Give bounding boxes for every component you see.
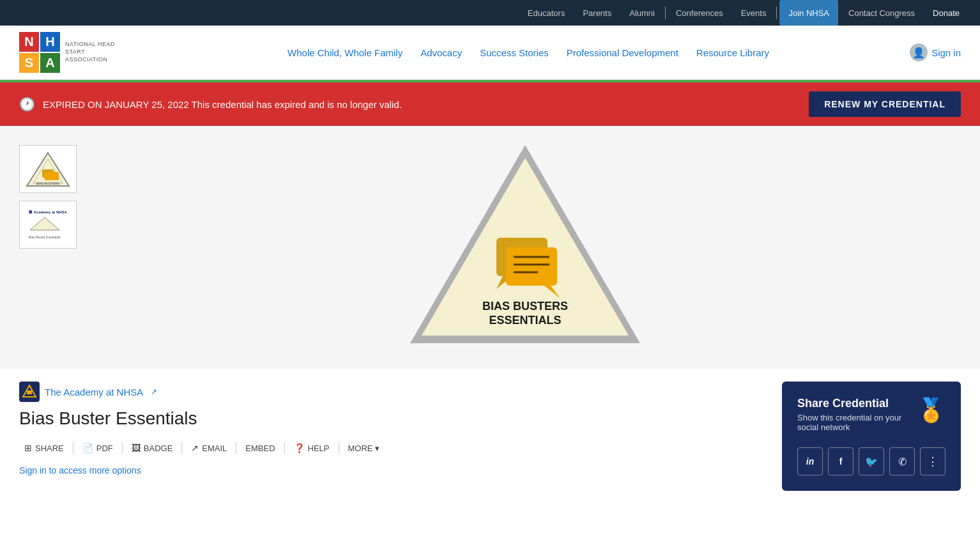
renew-credential-button[interactable]: RENEW MY CREDENTIAL (809, 91, 961, 117)
credential-info: The Academy at NHSA ↗ Bias Buster Essent… (19, 382, 763, 491)
award-medal-icon: 🏅 (917, 397, 946, 424)
action-bar: ⊞ SHARE 📄 PDF 🖼 BADGE ↗ EMAIL EMBED (19, 439, 763, 457)
separator-1 (665, 6, 666, 19)
embed-label: EMBED (245, 444, 275, 453)
badge-button[interactable]: 🖼 BADGE (126, 439, 178, 457)
nav-success-stories[interactable]: Success Stories (472, 42, 556, 63)
more-social-icon: ⋮ (927, 454, 938, 468)
top-navigation-bar: Educators Parents Alumni Conferences Eve… (0, 0, 980, 26)
svg-rect-19 (27, 390, 32, 394)
email-icon: ↗ (191, 443, 199, 453)
nav-resource-library[interactable]: Resource Library (689, 42, 777, 63)
pdf-label: PDF (96, 444, 113, 453)
logo-tagline: NATIONAL HEAD START ASSOCIATION (65, 41, 123, 63)
issuer-logo-svg (20, 383, 38, 401)
linkedin-icon: in (806, 456, 814, 467)
sign-in-label: Sign in (931, 47, 961, 58)
logo-block-n: N (19, 32, 39, 52)
svg-rect-10 (506, 247, 557, 286)
logo-block-a: A (40, 53, 60, 73)
embed-button[interactable]: EMBED (240, 440, 280, 457)
action-separator-3 (181, 442, 182, 454)
logo-block-s: S (19, 53, 39, 73)
share-more-button[interactable]: ⋮ (920, 447, 946, 475)
help-button[interactable]: ❓ HELP (289, 439, 335, 457)
issuer-row: The Academy at NHSA ↗ (19, 382, 763, 402)
topbar-events[interactable]: Events (733, 0, 774, 26)
expired-message: EXPIRED ON JANUARY 25, 2022 This credent… (43, 99, 402, 110)
credential-viewer-area: BIAS BUSTERS 🏛 Academy at NHSA Bias Bust… (0, 126, 980, 369)
badge-main-svg: BIAS BUSTERS ESSENTIALS (404, 139, 647, 356)
clock-icon: 🕐 (19, 97, 35, 112)
facebook-icon: f (839, 456, 843, 467)
lower-content: The Academy at NHSA ↗ Bias Buster Essent… (0, 369, 980, 504)
separator-2 (776, 6, 777, 19)
share-button[interactable]: ⊞ SHARE (19, 439, 69, 457)
expired-banner: 🕐 EXPIRED ON JANUARY 25, 2022 This crede… (0, 82, 980, 126)
share-panel-header: Share Credential Show this credential on… (797, 397, 946, 442)
topbar-alumni[interactable]: Alumni (622, 0, 662, 26)
svg-rect-3 (45, 172, 59, 180)
share-panel-text: Share Credential Show this credential on… (797, 397, 917, 442)
action-separator-4 (236, 442, 236, 454)
thumbnail-certificate-preview: 🏛 Academy at NHSA Bias Buster Essentials (26, 207, 70, 242)
share-icon: ⊞ (24, 443, 32, 453)
share-label: SHARE (35, 444, 64, 453)
credential-viewer: BIAS BUSTERS 🏛 Academy at NHSA Bias Bust… (19, 139, 961, 356)
help-label: HELP (308, 444, 330, 453)
more-button[interactable]: MORE ▾ (343, 440, 385, 457)
topbar-parents[interactable]: Parents (575, 0, 619, 26)
action-separator-1 (73, 442, 73, 454)
share-panel-title: Share Credential (797, 397, 917, 410)
header-right: 👤 Sign in (910, 43, 961, 61)
topbar-conferences[interactable]: Conferences (668, 0, 731, 26)
logo-block-h: H (40, 32, 60, 52)
main-header: N H S A NATIONAL HEAD START ASSOCIATION … (0, 26, 980, 80)
svg-text:BIAS BUSTERS: BIAS BUSTERS (36, 181, 60, 185)
whatsapp-icon: ✆ (898, 456, 907, 468)
badge-label: BADGE (144, 444, 173, 453)
main-navigation: Whole Child, Whole Family Advocacy Succe… (160, 42, 897, 63)
action-separator-5 (284, 442, 285, 454)
nav-professional-development[interactable]: Professional Development (559, 42, 686, 63)
expired-message-area: 🕐 EXPIRED ON JANUARY 25, 2022 This crede… (19, 97, 402, 112)
svg-marker-5 (30, 217, 59, 230)
thumbnail-certificate[interactable]: 🏛 Academy at NHSA Bias Buster Essentials (19, 201, 77, 249)
pdf-button[interactable]: 📄 PDF (77, 439, 118, 457)
share-social-buttons: in f 🐦 ✆ ⋮ (797, 447, 946, 475)
external-link-icon: ↗ (151, 387, 157, 396)
share-whatsapp-button[interactable]: ✆ (889, 447, 915, 475)
credential-title: Bias Buster Essentials (19, 408, 763, 429)
svg-text:BIAS BUSTERS: BIAS BUSTERS (482, 300, 568, 313)
badge-icon: 🖼 (132, 443, 141, 453)
badge-main-display: BIAS BUSTERS ESSENTIALS (89, 139, 961, 356)
nav-advocacy[interactable]: Advocacy (413, 42, 470, 63)
twitter-icon: 🐦 (865, 456, 878, 468)
topbar-donate[interactable]: Donate (925, 0, 967, 26)
logo-blocks[interactable]: N H S A (19, 32, 60, 73)
signin-more-options-link[interactable]: Sign in to access more options (19, 465, 141, 475)
thumbnail-badge[interactable]: BIAS BUSTERS (19, 145, 77, 193)
logo-area: N H S A NATIONAL HEAD START ASSOCIATION (19, 32, 147, 73)
topbar-educators[interactable]: Educators (520, 0, 573, 26)
share-facebook-button[interactable]: f (828, 447, 854, 475)
sign-in-button[interactable]: 👤 Sign in (910, 43, 961, 61)
issuer-name-link[interactable]: The Academy at NHSA (45, 387, 143, 398)
email-label: EMAIL (202, 444, 227, 453)
topbar-join-nhsa[interactable]: Join NHSA (779, 0, 838, 26)
thumbnail-sidebar: BIAS BUSTERS 🏛 Academy at NHSA Bias Bust… (19, 139, 77, 356)
share-linkedin-button[interactable]: in (797, 447, 823, 475)
issuer-icon (19, 382, 40, 402)
svg-text:ESSENTIALS: ESSENTIALS (489, 314, 561, 327)
share-twitter-button[interactable]: 🐦 (859, 447, 884, 475)
topbar-contact-congress[interactable]: Contact Congress (841, 0, 923, 26)
user-avatar-icon: 👤 (910, 43, 928, 61)
more-label: MORE ▾ (348, 444, 380, 453)
pdf-icon: 📄 (82, 443, 93, 453)
action-separator-2 (122, 442, 123, 454)
email-button[interactable]: ↗ EMAIL (186, 439, 232, 457)
share-panel-subtitle: Show this credential on your social netw… (797, 413, 917, 432)
share-panel: Share Credential Show this credential on… (782, 382, 961, 491)
nav-whole-child[interactable]: Whole Child, Whole Family (280, 42, 410, 63)
action-separator-6 (339, 442, 339, 454)
